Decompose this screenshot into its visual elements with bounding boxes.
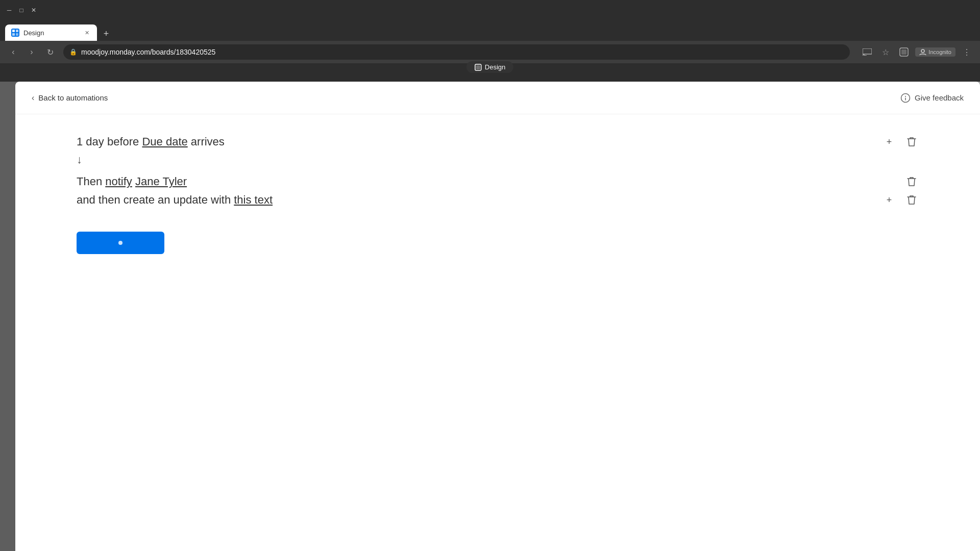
- trigger-text-part1: 1 day before: [77, 135, 142, 148]
- star-icon[interactable]: ☆: [878, 45, 893, 59]
- browser-tab[interactable]: Design ✕: [5, 24, 97, 41]
- trigger-text-part2: arrives: [188, 135, 225, 148]
- feedback-icon: [900, 93, 911, 103]
- refresh-button[interactable]: ↻: [43, 45, 57, 59]
- action-1-text: Then notify Jane Tyler: [77, 175, 187, 188]
- action-1-actions: [904, 174, 919, 189]
- action-row-1: Then notify Jane Tyler: [77, 174, 919, 189]
- svg-point-8: [921, 49, 924, 53]
- action-1-part1: Then: [77, 175, 105, 188]
- design-pill-label: Design: [485, 63, 505, 71]
- loading-indicator: [118, 241, 122, 245]
- back-to-automations-link[interactable]: ‹ Back to automations: [32, 93, 108, 103]
- menu-icon[interactable]: ⋮: [960, 45, 974, 59]
- delete-trigger-button[interactable]: [904, 135, 919, 149]
- url-text: moodjoy.monday.com/boards/1830420525: [81, 48, 215, 56]
- notify-link[interactable]: notify: [105, 175, 132, 188]
- tab-title: Design: [23, 29, 79, 37]
- add-action-2-button[interactable]: +: [882, 193, 896, 207]
- down-arrow-icon: ↓: [77, 153, 919, 166]
- give-feedback-button[interactable]: Give feedback: [900, 93, 964, 103]
- delete-action-1-button[interactable]: [904, 174, 919, 189]
- forward-nav-button[interactable]: ›: [24, 45, 39, 59]
- minimize-button[interactable]: ─: [5, 6, 13, 14]
- svg-rect-4: [863, 48, 872, 54]
- automation-modal: ‹ Back to automations Give feedback: [15, 82, 980, 551]
- svg-rect-3: [16, 33, 18, 36]
- add-trigger-button[interactable]: +: [882, 135, 896, 149]
- delete-action-2-button[interactable]: [904, 193, 919, 207]
- back-arrow-icon: ‹: [32, 93, 34, 103]
- action-row-2: and then create an update with this text…: [77, 193, 919, 207]
- cast-icon: [860, 45, 874, 59]
- trigger-actions: +: [882, 135, 919, 149]
- svg-rect-0: [12, 30, 15, 32]
- trigger-row: 1 day before Due date arrives +: [77, 135, 919, 149]
- tab-close-button[interactable]: ✕: [83, 29, 91, 37]
- incognito-badge: Incognito: [915, 47, 955, 57]
- design-pill: Design: [467, 61, 513, 73]
- close-button[interactable]: ✕: [30, 6, 38, 14]
- action-2-part1: and then create an update with: [77, 193, 234, 206]
- save-button[interactable]: [77, 232, 164, 254]
- maximize-button[interactable]: □: [17, 6, 26, 14]
- svg-rect-7: [901, 49, 906, 55]
- modal-header: ‹ Back to automations Give feedback: [15, 82, 980, 114]
- action-2-text: and then create an update with this text: [77, 193, 273, 207]
- give-feedback-label: Give feedback: [915, 93, 964, 102]
- url-bar[interactable]: 🔒 moodjoy.monday.com/boards/1830420525: [63, 44, 850, 60]
- back-nav-button[interactable]: ‹: [6, 45, 20, 59]
- lock-icon: 🔒: [69, 48, 77, 56]
- this-text-link[interactable]: this text: [234, 193, 273, 206]
- svg-rect-10: [476, 65, 480, 69]
- new-tab-button[interactable]: +: [99, 27, 113, 41]
- trigger-text: 1 day before Due date arrives: [77, 135, 225, 148]
- due-date-link[interactable]: Due date: [142, 135, 187, 148]
- svg-point-12: [905, 96, 906, 97]
- modal-body: 1 day before Due date arrives + ↓ Then n…: [15, 114, 980, 551]
- svg-rect-1: [16, 30, 18, 32]
- tab-favicon: [11, 29, 19, 37]
- jane-tyler-link[interactable]: Jane Tyler: [135, 175, 187, 188]
- incognito-label: Incognito: [928, 49, 951, 55]
- svg-rect-2: [12, 33, 15, 36]
- back-label: Back to automations: [38, 93, 108, 102]
- action-2-actions: +: [882, 193, 919, 207]
- profile-icon[interactable]: [897, 45, 911, 59]
